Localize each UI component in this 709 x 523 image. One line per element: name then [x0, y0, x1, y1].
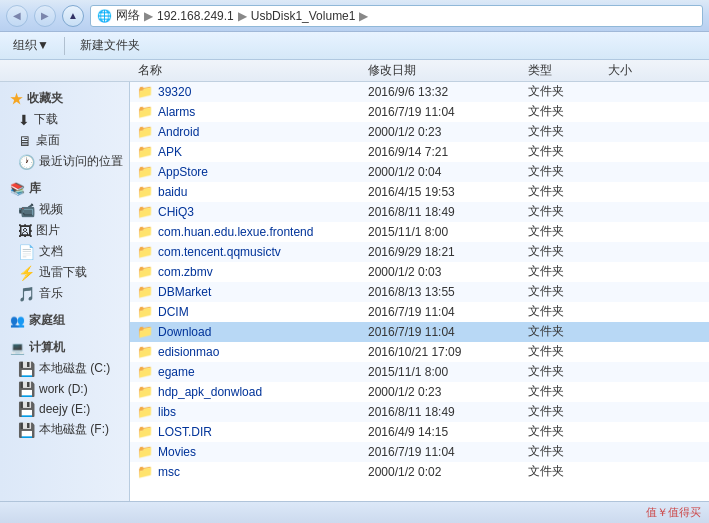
sidebar-item-download[interactable]: ⬇ 下载: [0, 109, 129, 130]
sidebar-homegroup-section: 👥 家庭组: [0, 310, 129, 331]
folder-icon: 📁: [136, 104, 154, 119]
table-row[interactable]: 📁Download2016/7/19 11:04文件夹: [130, 322, 709, 342]
library-icon: 📚: [10, 182, 25, 196]
table-row[interactable]: 📁AppStore2000/1/2 0:04文件夹: [130, 162, 709, 182]
table-row[interactable]: 📁Alarms2016/7/19 11:04文件夹: [130, 102, 709, 122]
table-row[interactable]: 📁DBMarket2016/8/13 13:55文件夹: [130, 282, 709, 302]
sidebar-item-drive-c[interactable]: 💾 本地磁盘 (C:): [0, 358, 129, 379]
file-type: 文件夹: [528, 103, 608, 120]
folder-icon: 📁: [136, 164, 154, 179]
col-type[interactable]: 类型: [520, 62, 600, 79]
sidebar-item-desktop[interactable]: 🖥 桌面: [0, 130, 129, 151]
file-type: 文件夹: [528, 403, 608, 420]
file-type: 文件夹: [528, 343, 608, 360]
table-row[interactable]: 📁LOST.DIR2016/4/9 14:15文件夹: [130, 422, 709, 442]
music-icon: 🎵: [18, 286, 35, 302]
address-ip: 192.168.249.1: [157, 9, 234, 23]
file-date: 2016/7/19 11:04: [368, 445, 528, 459]
folder-icon: 📁: [136, 124, 154, 139]
file-name: libs: [158, 405, 368, 419]
folder-icon: 📁: [136, 244, 154, 259]
file-type: 文件夹: [528, 423, 608, 440]
table-row[interactable]: 📁Movies2016/7/19 11:04文件夹: [130, 442, 709, 462]
file-name: msc: [158, 465, 368, 479]
file-name: DCIM: [158, 305, 368, 319]
file-date: 2016/7/19 11:04: [368, 105, 528, 119]
file-date: 2000/1/2 0:23: [368, 125, 528, 139]
sidebar-item-recent[interactable]: 🕐 最近访问的位置: [0, 151, 129, 172]
sidebar-item-music[interactable]: 🎵 音乐: [0, 283, 129, 304]
file-date: 2000/1/2 0:23: [368, 385, 528, 399]
thunder-icon: ⚡: [18, 265, 35, 281]
file-type: 文件夹: [528, 323, 608, 340]
folder-icon: 📁: [136, 184, 154, 199]
file-name: com.huan.edu.lexue.frontend: [158, 225, 368, 239]
drive-d-icon: 💾: [18, 381, 35, 397]
table-row[interactable]: 📁com.tencent.qqmusictv2016/9/29 18:21文件夹: [130, 242, 709, 262]
file-type: 文件夹: [528, 383, 608, 400]
table-row[interactable]: 📁Android2000/1/2 0:23文件夹: [130, 122, 709, 142]
pictures-icon: 🖼: [18, 223, 32, 239]
table-row[interactable]: 📁edisionmao2016/10/21 17:09文件夹: [130, 342, 709, 362]
table-row[interactable]: 📁393202016/9/6 13:32文件夹: [130, 82, 709, 102]
sidebar-item-thunder-dl[interactable]: ⚡ 迅雷下载: [0, 262, 129, 283]
new-folder-button[interactable]: 新建文件夹: [73, 34, 147, 57]
address-network: 网络: [116, 7, 140, 24]
drive-f-icon: 💾: [18, 422, 35, 438]
table-row[interactable]: 📁egame2015/11/1 8:00文件夹: [130, 362, 709, 382]
toolbar-separator: [64, 37, 65, 55]
file-name: DBMarket: [158, 285, 368, 299]
table-row[interactable]: 📁APK2016/9/14 7:21文件夹: [130, 142, 709, 162]
sidebar-item-documents[interactable]: 📄 文档: [0, 241, 129, 262]
table-row[interactable]: 📁baidu2016/4/15 19:53文件夹: [130, 182, 709, 202]
folder-icon: 📁: [136, 404, 154, 419]
address-volume: UsbDisk1_Volume1: [251, 9, 356, 23]
sidebar-item-drive-f[interactable]: 💾 本地磁盘 (F:): [0, 419, 129, 440]
address-input[interactable]: 🌐 网络 ▶ 192.168.249.1 ▶ UsbDisk1_Volume1 …: [90, 5, 703, 27]
table-row[interactable]: 📁com.zbmv2000/1/2 0:03文件夹: [130, 262, 709, 282]
sidebar-favorites-section: ★ 收藏夹 ⬇ 下载 🖥 桌面 🕐 最近访问的位置: [0, 88, 129, 172]
sidebar-favorites-header: ★ 收藏夹: [0, 88, 129, 109]
table-row[interactable]: 📁CHiQ32016/8/11 18:49文件夹: [130, 202, 709, 222]
file-type: 文件夹: [528, 123, 608, 140]
file-date: 2015/11/1 8:00: [368, 225, 528, 239]
col-date[interactable]: 修改日期: [360, 62, 520, 79]
table-row[interactable]: 📁com.huan.edu.lexue.frontend2015/11/1 8:…: [130, 222, 709, 242]
file-type: 文件夹: [528, 463, 608, 480]
back-button[interactable]: ◀: [6, 5, 28, 27]
up-button[interactable]: ▲: [62, 5, 84, 27]
table-row[interactable]: 📁libs2016/8/11 18:49文件夹: [130, 402, 709, 422]
col-name[interactable]: 名称: [130, 62, 360, 79]
file-type: 文件夹: [528, 263, 608, 280]
file-name: LOST.DIR: [158, 425, 368, 439]
col-size[interactable]: 大小: [600, 62, 660, 79]
sidebar-homegroup-header: 👥 家庭组: [0, 310, 129, 331]
table-row[interactable]: 📁DCIM2016/7/19 11:04文件夹: [130, 302, 709, 322]
sidebar-item-pictures[interactable]: 🖼 图片: [0, 220, 129, 241]
status-bar: 值￥值得买: [0, 501, 709, 523]
file-type: 文件夹: [528, 443, 608, 460]
homegroup-icon: 👥: [10, 314, 25, 328]
watermark: 值￥值得买: [646, 505, 701, 520]
video-icon: 📹: [18, 202, 35, 218]
file-name: com.tencent.qqmusictv: [158, 245, 368, 259]
table-row[interactable]: 📁msc2000/1/2 0:02文件夹: [130, 462, 709, 482]
table-row[interactable]: 📁hdp_apk_donwload2000/1/2 0:23文件夹: [130, 382, 709, 402]
sidebar-item-video[interactable]: 📹 视频: [0, 199, 129, 220]
new-folder-label: 新建文件夹: [80, 37, 140, 54]
file-date: 2016/9/6 13:32: [368, 85, 528, 99]
file-date: 2016/8/11 18:49: [368, 205, 528, 219]
file-name: CHiQ3: [158, 205, 368, 219]
file-type: 文件夹: [528, 303, 608, 320]
file-date: 2016/8/11 18:49: [368, 405, 528, 419]
forward-button[interactable]: ▶: [34, 5, 56, 27]
sidebar: ★ 收藏夹 ⬇ 下载 🖥 桌面 🕐 最近访问的位置 📚 库 📹: [0, 82, 130, 501]
folder-icon: 📁: [136, 344, 154, 359]
sidebar-item-drive-e[interactable]: 💾 deejy (E:): [0, 399, 129, 419]
organize-button[interactable]: 组织▼: [6, 34, 56, 57]
sidebar-computer-section: 💻 计算机 💾 本地磁盘 (C:) 💾 work (D:) 💾 deejy (E…: [0, 337, 129, 440]
file-type: 文件夹: [528, 243, 608, 260]
sidebar-item-drive-d[interactable]: 💾 work (D:): [0, 379, 129, 399]
file-date: 2000/1/2 0:02: [368, 465, 528, 479]
file-name: baidu: [158, 185, 368, 199]
